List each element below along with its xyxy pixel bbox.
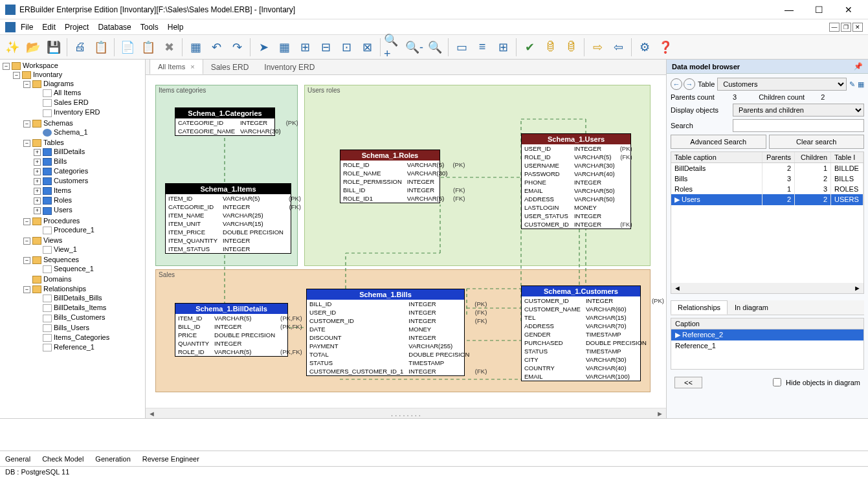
menu-help[interactable]: Help (168, 23, 184, 32)
tree-table-item[interactable]: Roles (54, 196, 72, 204)
tab-relationships[interactable]: Relationships (671, 300, 728, 315)
add-table-icon[interactable]: ▦ (186, 38, 205, 57)
btab-reverse[interactable]: Reverse Engineer (142, 455, 199, 463)
new-icon[interactable]: ✨ (3, 38, 22, 57)
tree-diagram-item[interactable]: All Items (54, 89, 81, 96)
zoom-fit-icon[interactable]: 🔍 (425, 38, 445, 57)
btab-general[interactable]: General (5, 455, 30, 463)
tree-diagram-item[interactable]: Sales ERD (54, 98, 89, 106)
tab-inventory-erd[interactable]: Inventory ERD (256, 60, 322, 74)
edit-icon[interactable]: ✎ (849, 80, 855, 89)
advanced-search-button[interactable]: Advanced Search (671, 135, 766, 149)
tree-seq-item[interactable]: Sequence_1 (54, 265, 94, 273)
menu-project[interactable]: Project (65, 23, 89, 32)
zoom-in-icon[interactable]: 🔍+ (384, 38, 403, 57)
tree-rel-item[interactable]: Reference_1 (54, 343, 95, 351)
menu-file[interactable]: File (21, 23, 33, 32)
save-icon[interactable]: 💾 (44, 38, 63, 57)
tree-rel-item[interactable]: Bills_Customers (54, 313, 105, 321)
mdi-close[interactable]: ✕ (852, 23, 863, 32)
entity-categories[interactable]: Schema_1.CategoriesCATEGORIE_IDINTEGER(P… (175, 107, 275, 136)
relation2-icon[interactable]: ⊟ (316, 38, 335, 57)
tree-table-item[interactable]: Items (54, 186, 71, 194)
db1-icon[interactable]: 🛢 (540, 38, 560, 57)
import-icon[interactable]: ⇦ (608, 38, 628, 57)
clear-search-button[interactable]: Clear search (769, 135, 865, 149)
validate-icon[interactable]: ✔ (520, 38, 539, 57)
tree-workspace[interactable]: Workspace (23, 61, 58, 69)
tab-close-icon[interactable]: × (190, 63, 194, 71)
btab-gen[interactable]: Generation (95, 455, 130, 463)
entity-billdetails[interactable]: Schema_1.BillDetailsITEM_IDVARCHAR(5)(PK… (175, 303, 288, 357)
menu-database[interactable]: Database (98, 23, 131, 32)
tree-rel-item[interactable]: BillDetails_Items (54, 304, 106, 311)
layout2-icon[interactable]: ≡ (473, 38, 492, 57)
tree-rel-item[interactable]: Items_Categories (54, 333, 109, 341)
minimize-button[interactable]: — (775, 1, 803, 19)
redo-icon[interactable]: ↷ (227, 38, 247, 57)
zoom-out-icon[interactable]: 🔍- (405, 38, 424, 57)
mdi-minimize[interactable]: — (829, 23, 840, 32)
paste-icon[interactable]: 📋 (139, 38, 158, 57)
relation1-icon[interactable]: ⊞ (295, 38, 315, 57)
pointer-icon[interactable]: ➤ (254, 38, 273, 57)
search-input[interactable] (733, 119, 864, 132)
tree-domains[interactable]: Domains (43, 275, 71, 283)
pin-icon[interactable]: 📌 (854, 62, 863, 71)
help-icon[interactable]: ❓ (656, 38, 675, 57)
layout3-icon[interactable]: ⊞ (493, 38, 513, 57)
delete-icon[interactable]: ✖ (159, 38, 179, 57)
tree-rel-item[interactable]: Bills_Users (54, 324, 89, 331)
ref-row[interactable]: ▶ Reference_2 (671, 329, 863, 340)
print-icon[interactable]: 🖨 (71, 38, 90, 57)
btab-check[interactable]: Check Model (42, 455, 83, 463)
ref-grid[interactable]: Caption ▶ Reference_2Reference_1 (671, 318, 864, 370)
canvas-h-scrollbar[interactable]: ◄. . . . . . . .► (146, 408, 666, 418)
open-icon[interactable]: 📂 (23, 38, 43, 57)
layout1-icon[interactable]: ▭ (452, 38, 471, 57)
tree-rel-item[interactable]: BillDetails_Bills (54, 294, 102, 302)
tab-sales-erd[interactable]: Sales ERD (203, 60, 257, 74)
maximize-button[interactable]: ☐ (805, 1, 833, 19)
db2-icon[interactable]: 🛢 (561, 38, 581, 57)
entity-customers[interactable]: Schema_1.CustomersCUSTOMER_IDINTEGER(PK)… (521, 285, 641, 381)
entity-items[interactable]: Schema_1.ItemsITEM_IDVARCHAR(5)(PK)CATEG… (165, 183, 291, 254)
tree-view-item[interactable]: View_1 (54, 245, 77, 253)
tree-project[interactable]: Invontary (33, 71, 62, 78)
tree-table-item[interactable]: BillDetails (54, 148, 85, 155)
canvas[interactable]: Items categories Users roles Sales (146, 75, 666, 408)
tree-diagram-item[interactable]: Inventory ERD (54, 108, 100, 116)
scroll-left-icon[interactable]: ◄ (674, 284, 681, 292)
grid-icon[interactable]: ▦ (858, 80, 864, 89)
tree-schema-item[interactable]: Schema_1 (54, 128, 88, 136)
scroll-right-icon[interactable]: ► (854, 284, 861, 292)
export-icon[interactable]: ⇨ (588, 38, 607, 57)
entity-users[interactable]: Schema_1.UsersUSER_IDINTEGER(PK)ROLE_IDV… (521, 133, 631, 229)
menu-tools[interactable]: Tools (140, 23, 159, 32)
ref-row[interactable]: Reference_1 (671, 340, 863, 351)
tree-table-item[interactable]: Categories (54, 167, 88, 175)
tree-views[interactable]: Views (43, 236, 62, 244)
copy-icon[interactable]: 📄 (118, 38, 137, 57)
hide-checkbox[interactable] (773, 378, 781, 386)
close-button[interactable]: ✕ (834, 1, 863, 19)
entity-icon[interactable]: ▦ (274, 38, 294, 57)
hide-checkbox-label[interactable]: Hide objects in diagram (770, 376, 860, 388)
object-select[interactable]: Customers (717, 78, 847, 91)
mdi-restore[interactable]: ❐ (841, 23, 851, 32)
tree-tables[interactable]: Tables (43, 139, 64, 146)
tree-table-item[interactable]: Bills (54, 157, 67, 165)
tree-procs[interactable]: Procedures (43, 217, 80, 225)
tab-in-diagram[interactable]: In diagram (728, 300, 775, 315)
tree-table-item[interactable]: Customers (54, 177, 88, 184)
relation3-icon[interactable]: ⊡ (337, 38, 356, 57)
tree-panel[interactable]: −Workspace −Invontary −Diagrams All Item… (0, 60, 146, 418)
undo-icon[interactable]: ↶ (206, 38, 226, 57)
tree-toggle[interactable]: − (3, 63, 10, 70)
tree-table-item[interactable]: Users (54, 206, 72, 214)
tree-schemas[interactable]: Schemas (43, 119, 73, 127)
browser-grid[interactable]: Table caption Parents Children Table I B… (671, 151, 864, 294)
menu-edit[interactable]: Edit (42, 23, 56, 32)
settings-icon[interactable]: ⚙ (635, 38, 654, 57)
nav-back-btn[interactable]: << (674, 377, 702, 388)
